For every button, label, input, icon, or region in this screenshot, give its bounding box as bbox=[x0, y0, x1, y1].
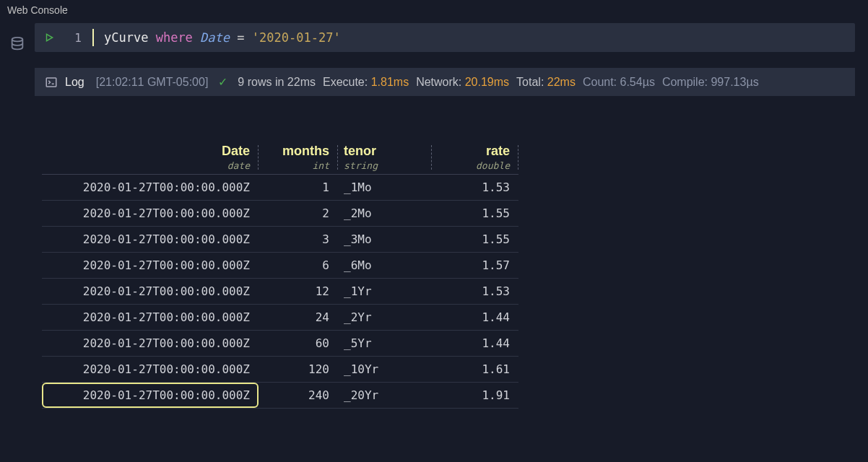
terminal-icon bbox=[45, 76, 58, 89]
cell-date: 2020-01-27T00:00:00.000Z bbox=[42, 279, 259, 304]
token-column: Date bbox=[200, 30, 230, 45]
cell-date: 2020-01-27T00:00:00.000Z bbox=[42, 357, 259, 382]
log-timestamp: [21:02:11 GMT-05:00] bbox=[96, 76, 209, 89]
column-name: tenor bbox=[344, 144, 423, 159]
cell-tenor: _3Mo bbox=[338, 227, 432, 252]
cursor-line-indicator bbox=[92, 29, 94, 46]
cell-months: 1 bbox=[259, 175, 338, 200]
cell-tenor: _10Yr bbox=[338, 357, 432, 382]
svg-point-0 bbox=[12, 38, 23, 42]
cell-months: 2 bbox=[259, 201, 338, 226]
column-header-tenor[interactable]: tenorstring bbox=[338, 139, 432, 174]
rows-message: 9 rows in 22ms bbox=[238, 76, 316, 89]
column-type: double bbox=[438, 160, 510, 171]
column-header-date[interactable]: Datedate bbox=[42, 139, 259, 174]
run-icon[interactable] bbox=[35, 32, 64, 43]
count-label: Count: bbox=[583, 76, 617, 88]
execute-label: Execute: bbox=[323, 76, 368, 88]
cell-months: 60 bbox=[259, 331, 338, 356]
column-type: date bbox=[48, 160, 250, 171]
compile-value: 997.13µs bbox=[711, 76, 758, 88]
table-row[interactable]: 2020-01-27T00:00:00.000Z60_5Yr1.44 bbox=[42, 331, 518, 357]
cell-rate: 1.57 bbox=[432, 253, 518, 278]
token-keyword: where bbox=[156, 30, 193, 45]
cell-tenor: _5Yr bbox=[338, 331, 432, 356]
execute-value: 1.81ms bbox=[371, 76, 409, 88]
cell-tenor: _1Mo bbox=[338, 175, 432, 200]
cell-rate: 1.61 bbox=[432, 357, 518, 382]
cell-date: 2020-01-27T00:00:00.000Z bbox=[42, 305, 259, 330]
cell-tenor: _1Yr bbox=[338, 279, 432, 304]
table-row[interactable]: 2020-01-27T00:00:00.000Z6_6Mo1.57 bbox=[42, 253, 518, 279]
table-row[interactable]: 2020-01-27T00:00:00.000Z2_2Mo1.55 bbox=[42, 201, 518, 227]
svg-marker-1 bbox=[47, 34, 53, 40]
cell-date: 2020-01-27T00:00:00.000Z bbox=[42, 253, 259, 278]
table-row[interactable]: 2020-01-27T00:00:00.000Z3_3Mo1.55 bbox=[42, 227, 518, 253]
cell-tenor: _20Yr bbox=[338, 383, 432, 408]
log-label: Log bbox=[65, 76, 84, 89]
cell-months: 12 bbox=[259, 279, 338, 304]
cell-rate: 1.55 bbox=[432, 227, 518, 252]
cell-tenor: _2Mo bbox=[338, 201, 432, 226]
cell-months: 6 bbox=[259, 253, 338, 278]
cell-tenor: _6Mo bbox=[338, 253, 432, 278]
column-type: int bbox=[264, 160, 329, 171]
cell-tenor: _2Yr bbox=[338, 305, 432, 330]
query-editor[interactable]: 1 yCurve where Date = '2020-01-27' bbox=[35, 23, 855, 52]
cell-date: 2020-01-27T00:00:00.000Z bbox=[42, 331, 259, 356]
cell-date: 2020-01-27T00:00:00.000Z bbox=[42, 201, 259, 226]
compile-label: Compile: bbox=[662, 76, 708, 88]
query-text[interactable]: yCurve where Date = '2020-01-27' bbox=[104, 30, 341, 45]
cell-rate: 1.55 bbox=[432, 201, 518, 226]
column-type: string bbox=[344, 160, 423, 171]
token-operator: = bbox=[237, 30, 244, 45]
network-label: Network: bbox=[416, 76, 461, 88]
count-value: 6.54µs bbox=[620, 76, 655, 88]
column-name: Date bbox=[222, 144, 250, 158]
cell-rate: 1.44 bbox=[432, 305, 518, 330]
cell-months: 24 bbox=[259, 305, 338, 330]
column-header-months[interactable]: monthsint bbox=[259, 139, 338, 174]
cell-months: 120 bbox=[259, 357, 338, 382]
cell-date: 2020-01-27T00:00:00.000Z bbox=[42, 383, 259, 408]
check-icon: ✓ bbox=[218, 75, 227, 89]
total-value: 22ms bbox=[547, 76, 576, 88]
cell-date: 2020-01-27T00:00:00.000Z bbox=[42, 175, 259, 200]
column-name: rate bbox=[486, 144, 510, 158]
total-label: Total: bbox=[516, 76, 544, 88]
token-identifier: yCurve bbox=[104, 30, 148, 45]
table-row[interactable]: 2020-01-27T00:00:00.000Z24_2Yr1.44 bbox=[42, 305, 518, 331]
sidebar bbox=[0, 20, 35, 409]
database-icon[interactable] bbox=[9, 36, 25, 54]
window-title: Web Console bbox=[0, 0, 868, 20]
cell-rate: 1.44 bbox=[432, 331, 518, 356]
cell-date: 2020-01-27T00:00:00.000Z bbox=[42, 227, 259, 252]
column-name: months bbox=[282, 144, 329, 158]
network-value: 20.19ms bbox=[465, 76, 509, 88]
token-string: '2020-01-27' bbox=[252, 30, 341, 45]
log-bar: Log [21:02:11 GMT-05:00] ✓ 9 rows in 22m… bbox=[35, 68, 855, 96]
table-row[interactable]: 2020-01-27T00:00:00.000Z1_1Mo1.53 bbox=[42, 175, 518, 201]
column-header-rate[interactable]: ratedouble bbox=[432, 139, 518, 174]
table-row[interactable]: 2020-01-27T00:00:00.000Z12_1Yr1.53 bbox=[42, 279, 518, 305]
cell-rate: 1.91 bbox=[432, 383, 518, 408]
cell-months: 3 bbox=[259, 227, 338, 252]
cell-months: 240 bbox=[259, 383, 338, 408]
svg-rect-2 bbox=[46, 78, 56, 87]
line-number: 1 bbox=[64, 31, 92, 45]
results-table[interactable]: Datedatemonthsinttenorstringratedouble 2… bbox=[42, 139, 518, 409]
table-row[interactable]: 2020-01-27T00:00:00.000Z120_10Yr1.61 bbox=[42, 357, 518, 383]
cell-rate: 1.53 bbox=[432, 175, 518, 200]
table-row[interactable]: 2020-01-27T00:00:00.000Z240_20Yr1.91 bbox=[42, 383, 518, 409]
table-header-row: Datedatemonthsinttenorstringratedouble bbox=[42, 139, 518, 175]
cell-rate: 1.53 bbox=[432, 279, 518, 304]
